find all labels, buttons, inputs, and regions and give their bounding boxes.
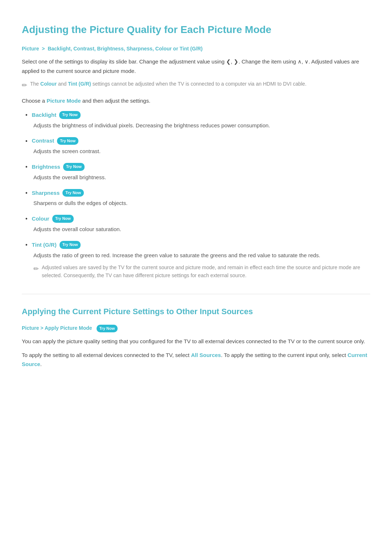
note-block-2: ✏ Adjusted values are saved by the TV fo… bbox=[33, 263, 370, 280]
pencil-icon: ✏ bbox=[22, 80, 27, 91]
breadcrumb-separator: > bbox=[42, 46, 45, 52]
sharpness-try-now[interactable]: Try Now bbox=[62, 189, 84, 197]
apply-body-2-suffix: . bbox=[40, 361, 42, 367]
colour-try-now[interactable]: Try Now bbox=[52, 215, 74, 223]
list-item-tint-header: • Tint (G/R) Try Now bbox=[25, 240, 370, 250]
bullet-backlight: • bbox=[25, 110, 28, 120]
tint-highlight: Tint (G/R) bbox=[68, 81, 91, 87]
tint-label: Tint (G/R) bbox=[32, 241, 57, 249]
colour-highlight: Colour bbox=[40, 81, 57, 87]
list-item-colour-header: • Colour Try Now bbox=[25, 214, 370, 223]
breadcrumb2: Picture > Apply Picture Mode Try Now bbox=[22, 324, 370, 333]
intro-text: Select one of the settings to display it… bbox=[22, 57, 370, 75]
list-item-backlight: • Backlight Try Now Adjusts the brightne… bbox=[25, 110, 370, 130]
apply-body-2-prefix: To apply the setting to all external dev… bbox=[22, 352, 191, 358]
backlight-try-now[interactable]: Try Now bbox=[59, 111, 81, 119]
settings-list: • Backlight Try Now Adjusts the brightne… bbox=[25, 110, 370, 283]
list-item-sharpness-header: • Sharpness Try Now bbox=[25, 188, 370, 198]
bullet-contrast: • bbox=[25, 136, 28, 146]
breadcrumb: Picture > Backlight, Contrast, Brightnes… bbox=[22, 45, 370, 53]
pencil-icon-2: ✏ bbox=[33, 264, 39, 274]
sharpness-label: Sharpness bbox=[32, 189, 60, 197]
list-item-sharpness: • Sharpness Try Now Sharpens or dulls th… bbox=[25, 188, 370, 208]
section2-title: Applying the Current Picture Settings to… bbox=[22, 305, 370, 318]
brightness-try-now[interactable]: Try Now bbox=[63, 163, 85, 171]
list-item-contrast-header: • Contrast Try Now bbox=[25, 136, 370, 146]
apply-body-2-middle: . To apply the setting to the current in… bbox=[221, 352, 348, 358]
backlight-label: Backlight bbox=[32, 111, 57, 119]
list-item-colour: • Colour Try Now Adjusts the overall col… bbox=[25, 214, 370, 234]
contrast-try-now[interactable]: Try Now bbox=[57, 137, 78, 145]
bullet-tint: • bbox=[25, 240, 28, 250]
apply-body-2: To apply the setting to all external dev… bbox=[22, 350, 370, 369]
breadcrumb2-picture[interactable]: Picture bbox=[22, 325, 39, 331]
sharpness-desc: Sharpens or dulls the edges of objects. bbox=[33, 199, 370, 208]
choose-text: Choose a Picture Mode and then adjust th… bbox=[22, 97, 370, 105]
colour-label: Colour bbox=[32, 214, 49, 223]
breadcrumb-picture[interactable]: Picture bbox=[22, 46, 39, 52]
list-item-brightness-header: • Brightness Try Now bbox=[25, 162, 370, 172]
brightness-desc: Adjusts the overall brightness. bbox=[33, 173, 370, 182]
all-sources-link[interactable]: All Sources bbox=[191, 352, 221, 358]
breadcrumb-settings[interactable]: Backlight, Contrast, Brightness, Sharpne… bbox=[48, 46, 203, 52]
breadcrumb2-separator: > bbox=[40, 325, 43, 331]
bullet-brightness: • bbox=[25, 162, 28, 172]
apply-mode-try-now[interactable]: Try Now bbox=[97, 325, 118, 333]
contrast-desc: Adjusts the screen contrast. bbox=[33, 147, 370, 156]
contrast-label: Contrast bbox=[32, 136, 54, 145]
note-block-1: ✏ The Colour and Tint (G/R) settings can… bbox=[22, 80, 370, 91]
list-item-brightness: • Brightness Try Now Adjusts the overall… bbox=[25, 162, 370, 182]
list-item-contrast: • Contrast Try Now Adjusts the screen co… bbox=[25, 136, 370, 156]
list-item-backlight-header: • Backlight Try Now bbox=[25, 110, 370, 120]
list-item-tint: • Tint (G/R) Try Now Adjusts the ratio o… bbox=[25, 240, 370, 283]
picture-mode-highlight: Picture Mode bbox=[46, 98, 81, 104]
tint-desc: Adjusts the ratio of green to red. Incre… bbox=[33, 251, 370, 260]
breadcrumb2-apply[interactable]: Apply Picture Mode bbox=[45, 325, 92, 331]
tint-try-now[interactable]: Try Now bbox=[60, 241, 81, 249]
backlight-desc: Adjusts the brightness of individual pix… bbox=[33, 121, 370, 130]
bullet-sharpness: • bbox=[25, 188, 28, 198]
apply-body-1: You can apply the picture quality settin… bbox=[22, 337, 370, 346]
note-text-2: Adjusted values are saved by the TV for … bbox=[42, 263, 370, 280]
colour-desc: Adjusts the overall colour saturation. bbox=[33, 225, 370, 234]
brightness-label: Brightness bbox=[32, 163, 60, 171]
note-text-1: The Colour and Tint (G/R) settings canno… bbox=[30, 80, 306, 88]
section-divider bbox=[22, 294, 370, 294]
bullet-colour: • bbox=[25, 214, 28, 223]
page-title: Adjusting the Picture Quality for Each P… bbox=[22, 22, 370, 38]
